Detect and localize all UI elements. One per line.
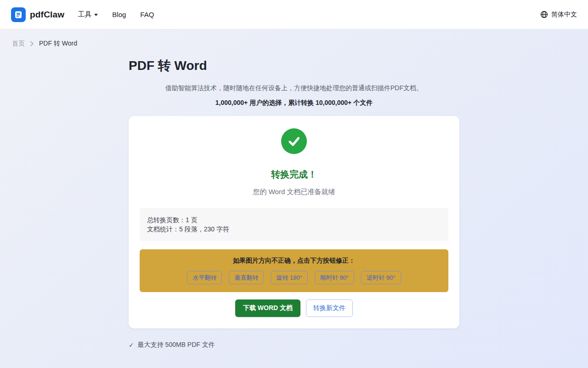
breadcrumb-home-link[interactable]: 首页 xyxy=(12,40,25,48)
success-subtitle: 您的 Word 文档已准备就绪 xyxy=(140,188,448,196)
language-selector[interactable]: 简体中文 xyxy=(540,11,577,19)
flip-horizontal-button[interactable]: 水平翻转 xyxy=(187,271,222,284)
max-file-size-text: 最大支持 500MB PDF 文件 xyxy=(138,341,215,349)
max-file-size-note: ✓ 最大支持 500MB PDF 文件 xyxy=(129,341,459,349)
usage-stats: 1,000,000+ 用户的选择，累计转换 10,000,000+ 个文件 xyxy=(129,99,459,107)
page-subtitle: 借助智能算法技术，随时随地在任何设备上，方便快捷地处理您的普通或扫描件PDF文档… xyxy=(129,84,459,92)
logo[interactable]: pdfClaw xyxy=(11,7,64,22)
rotate-180-button[interactable]: 旋转 180° xyxy=(271,271,308,284)
chevron-right-icon xyxy=(30,41,34,46)
conversion-stats-box: 总转换页数：1 页 文档统计：5 段落，230 字符 xyxy=(140,208,448,241)
checkmark-icon: ✓ xyxy=(129,341,134,349)
main-nav: 工具 Blog FAQ xyxy=(78,10,154,19)
nav-tools-label: 工具 xyxy=(78,10,91,19)
pages-converted-line: 总转换页数：1 页 xyxy=(147,215,441,224)
flip-vertical-button[interactable]: 垂直翻转 xyxy=(229,271,264,284)
success-check-icon xyxy=(281,128,307,154)
orientation-prompt: 如果图片方向不正确，点击下方按钮修正： xyxy=(147,257,441,265)
brand-name: pdfClaw xyxy=(30,10,64,20)
orientation-fix-panel: 如果图片方向不正确，点击下方按钮修正： 水平翻转 垂直翻转 旋转 180° 顺时… xyxy=(140,249,448,292)
top-bar: pdfClaw 工具 Blog FAQ 简体中文 xyxy=(0,0,588,29)
breadcrumb-current: PDF 转 Word xyxy=(39,40,77,48)
nav-tools[interactable]: 工具 xyxy=(78,10,98,19)
rotate-ccw-90-button[interactable]: 逆时针 90° xyxy=(361,271,401,284)
breadcrumb: 首页 PDF 转 Word xyxy=(0,29,588,48)
main-container: PDF 转 Word 借助智能算法技术，随时随地在任何设备上，方便快捷地处理您的… xyxy=(74,57,514,368)
success-title: 转换完成！ xyxy=(140,168,448,181)
rotate-button-row: 水平翻转 垂直翻转 旋转 180° 顺时针 90° 逆时针 90° xyxy=(147,271,441,284)
nav-faq-label: FAQ xyxy=(140,11,154,18)
chevron-down-icon xyxy=(94,14,98,16)
conversion-result-card: 转换完成！ 您的 Word 文档已准备就绪 总转换页数：1 页 文档统计：5 段… xyxy=(129,116,459,328)
action-button-row: 下载 WORD 文档 转换新文件 xyxy=(140,299,448,317)
rotate-cw-90-button[interactable]: 顺时针 90° xyxy=(315,271,354,284)
globe-icon xyxy=(540,11,548,18)
language-label: 简体中文 xyxy=(551,11,577,19)
convert-new-file-button[interactable]: 转换新文件 xyxy=(306,299,353,317)
nav-faq[interactable]: FAQ xyxy=(140,11,154,18)
document-stats-line: 文档统计：5 段落，230 字符 xyxy=(147,224,441,234)
nav-blog[interactable]: Blog xyxy=(112,11,126,18)
pdf-document-icon xyxy=(11,7,26,22)
page-title: PDF 转 Word xyxy=(129,57,459,75)
download-word-button[interactable]: 下载 WORD 文档 xyxy=(235,299,300,317)
nav-blog-label: Blog xyxy=(112,11,126,18)
hero-column: PDF 转 Word 借助智能算法技术，随时随地在任何设备上，方便快捷地处理您的… xyxy=(129,57,459,349)
